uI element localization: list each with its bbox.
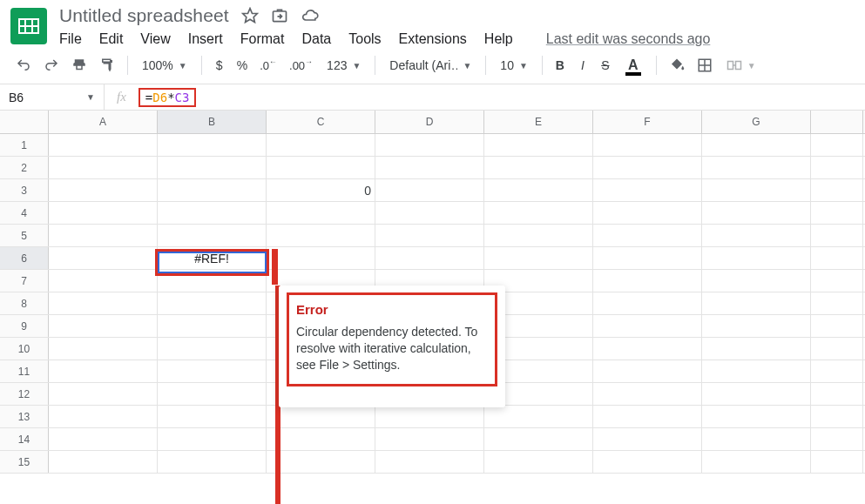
cell[interactable] (811, 134, 863, 156)
cell[interactable] (49, 315, 158, 337)
cell[interactable] (267, 134, 375, 156)
cell-B6[interactable]: #REF! (158, 247, 267, 269)
currency-button[interactable]: $ (209, 54, 230, 77)
cell[interactable] (811, 292, 863, 314)
menu-file[interactable]: File (59, 31, 82, 47)
cell[interactable] (702, 338, 811, 360)
cell[interactable] (811, 247, 863, 269)
cell[interactable] (593, 406, 702, 427)
row-header[interactable]: 15 (0, 451, 49, 473)
cell[interactable] (593, 157, 702, 178)
cell[interactable] (702, 247, 811, 269)
cell[interactable] (267, 406, 375, 427)
cell[interactable] (158, 179, 267, 201)
cell[interactable] (811, 360, 863, 382)
zoom-dropdown[interactable]: 100% ▼ (135, 55, 194, 76)
cell[interactable] (811, 202, 863, 224)
col-header[interactable]: F (593, 111, 702, 133)
more-formats-dropdown[interactable]: 123▼ (320, 55, 368, 76)
cell[interactable] (702, 202, 811, 224)
row-header[interactable]: 4 (0, 202, 49, 224)
doc-title[interactable]: Untitled spreadsheet (59, 5, 229, 26)
cell[interactable] (702, 451, 811, 473)
col-header[interactable]: G (702, 111, 811, 133)
cell[interactable] (811, 270, 863, 292)
cell[interactable] (375, 157, 484, 178)
menu-format[interactable]: Format (240, 31, 285, 47)
cell[interactable] (702, 383, 811, 405)
cell[interactable] (375, 406, 484, 427)
cell[interactable] (593, 179, 702, 201)
col-header[interactable]: E (484, 111, 593, 133)
cloud-status-icon[interactable] (301, 7, 320, 24)
cell[interactable] (375, 247, 484, 269)
cell[interactable] (811, 338, 863, 360)
borders-button[interactable] (692, 54, 718, 77)
col-header[interactable] (811, 111, 863, 133)
cell[interactable] (593, 428, 702, 450)
cell[interactable] (593, 225, 702, 246)
cell[interactable] (158, 383, 267, 405)
cell[interactable] (593, 202, 702, 224)
cell[interactable] (702, 225, 811, 246)
cell[interactable] (49, 247, 158, 269)
cell[interactable] (158, 315, 267, 337)
undo-button[interactable] (10, 54, 37, 77)
cell[interactable] (158, 157, 267, 178)
cell[interactable] (811, 225, 863, 246)
cell[interactable] (702, 134, 811, 156)
cell[interactable] (811, 157, 863, 178)
cell[interactable] (811, 315, 863, 337)
cell[interactable] (484, 225, 593, 246)
cell[interactable] (49, 360, 158, 382)
cell[interactable] (267, 202, 375, 224)
cell[interactable] (267, 225, 375, 246)
italic-button[interactable]: I (572, 54, 593, 77)
cell[interactable] (484, 451, 593, 473)
cell[interactable] (484, 202, 593, 224)
row-header[interactable]: 7 (0, 270, 49, 292)
row-header[interactable]: 1 (0, 134, 49, 156)
cell[interactable] (49, 202, 158, 224)
menu-tools[interactable]: Tools (348, 31, 381, 47)
cell[interactable] (375, 428, 484, 450)
cell[interactable] (593, 338, 702, 360)
row-header[interactable]: 13 (0, 406, 49, 427)
menu-help[interactable]: Help (484, 31, 513, 47)
col-header[interactable]: A (49, 111, 158, 133)
row-header[interactable]: 14 (0, 428, 49, 450)
cell[interactable] (375, 179, 484, 201)
row-header[interactable]: 6 (0, 247, 49, 269)
cell[interactable] (267, 451, 375, 473)
cell[interactable] (484, 406, 593, 427)
decrease-decimal-button[interactable]: .0← (254, 54, 282, 77)
cell[interactable] (49, 451, 158, 473)
cell[interactable] (593, 247, 702, 269)
paint-format-button[interactable] (94, 54, 120, 77)
cell[interactable] (158, 292, 267, 314)
cell[interactable] (702, 360, 811, 382)
menu-extensions[interactable]: Extensions (399, 31, 467, 47)
cell[interactable] (593, 451, 702, 473)
cell[interactable] (702, 406, 811, 427)
text-color-button[interactable]: A (618, 54, 649, 77)
fill-color-button[interactable] (664, 54, 690, 77)
cell[interactable] (49, 428, 158, 450)
cell[interactable] (267, 157, 375, 178)
cell[interactable] (158, 225, 267, 246)
row-header[interactable]: 8 (0, 292, 49, 314)
cell[interactable] (702, 315, 811, 337)
cell[interactable] (702, 157, 811, 178)
last-edit-link[interactable]: Last edit was seconds ago (546, 31, 711, 47)
cell[interactable] (158, 360, 267, 382)
menu-data[interactable]: Data (301, 31, 331, 47)
percent-button[interactable]: % (232, 54, 253, 77)
star-icon[interactable] (241, 7, 259, 24)
row-header[interactable]: 9 (0, 315, 49, 337)
cell[interactable] (49, 406, 158, 427)
col-header[interactable]: D (375, 111, 484, 133)
col-header[interactable]: B (158, 111, 267, 133)
cell[interactable] (375, 202, 484, 224)
font-size-dropdown[interactable]: 10 ▼ (493, 55, 534, 76)
row-header[interactable]: 3 (0, 179, 49, 201)
